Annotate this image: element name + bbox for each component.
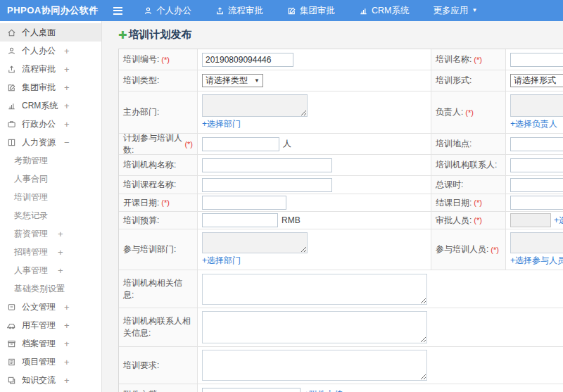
plus-icon: ✚ [118,29,127,42]
select-department-link[interactable]: +选择部门 [202,118,241,130]
org-name-input[interactable] [202,158,332,172]
end-date-input[interactable] [510,196,563,210]
flow-upload-icon [7,65,16,74]
label-org-contact: 培训机构联系人: [431,155,506,175]
budget-input[interactable] [202,213,278,227]
org-contact-info-textarea[interactable] [202,311,427,343]
book-icon [7,138,16,147]
car-icon [7,321,16,330]
flow-upload-icon [215,6,224,15]
bar-chart-icon [7,101,16,110]
label-training-number: 培训编号:(*) [119,49,198,70]
sidebar-item-human-resources[interactable]: 人力资源− [0,133,101,151]
sidebar-item-admin-office[interactable]: 行政办公+ [0,115,101,133]
nav-group-approval[interactable]: 集团审批 [287,5,335,17]
edit-square-icon [7,83,16,92]
label-leader: 负责人:(*) [431,91,506,133]
sidebar-item-reward-record[interactable]: 奖惩记录 [0,206,101,225]
app-header: PHPOA协同办公软件 个人办公 流程审批 集团审批 CRM系统 更多应用 ▼ [0,0,563,21]
sidebar-item-hr-contract[interactable]: 人事合同 [0,170,101,188]
chat-icon [7,376,16,385]
label-join-department: 参与培训部门: [119,229,198,270]
hamburger-menu-icon[interactable] [113,7,122,15]
join-people-textarea[interactable] [510,232,563,253]
archive-icon [7,339,16,348]
sidebar-item-crm-system[interactable]: CRM系统+ [0,96,101,115]
select-approver-link[interactable]: +选择审批人员 [554,215,563,227]
label-course-name: 培训课程名称: [119,176,198,194]
label-training-name: 培训名称:(*) [431,49,506,70]
label-budget: 培训预算: [119,212,198,229]
nav-more-apps[interactable]: 更多应用 ▼ [433,5,477,17]
nav-workflow-approval[interactable]: 流程审批 [215,5,263,17]
main-content: ✚ 培训计划发布 培训编号:(*) 培训名称:(*) 培训类型: 请选择类型▼ [102,21,563,392]
nav-crm-system[interactable]: CRM系统 [359,5,409,17]
label-total-hours: 总课时: [431,176,506,194]
sidebar-item-vehicle-mgmt[interactable]: 用车管理+ [0,316,101,334]
sidebar-item-workflow-approval[interactable]: 流程审批+ [0,60,101,78]
bar-chart-icon [359,6,368,15]
caret-down-icon: ▼ [254,77,260,84]
caret-down-icon: ▼ [472,8,477,13]
label-org-name: 培训机构名称: [119,155,198,175]
training-type-select[interactable]: 请选择类型▼ [202,74,263,87]
start-date-input[interactable] [202,196,286,210]
label-host-department: 主办部门: [119,91,198,133]
training-name-input[interactable] [510,53,563,67]
top-navigation: 个人办公 流程审批 集团审批 CRM系统 更多应用 ▼ [144,5,477,17]
page-title: 培训计划发布 [129,28,192,42]
training-number-input[interactable] [202,53,293,67]
join-department-textarea[interactable] [202,232,308,253]
label-requirement: 培训要求: [119,347,198,384]
app-window: PHPOA协同办公软件 个人办公 流程审批 集团审批 CRM系统 更多应用 ▼ [0,0,563,392]
label-approver: 审批人员:(*) [431,212,506,229]
select-join-department-link[interactable]: +选择部门 [202,255,241,267]
location-input[interactable] [510,137,563,151]
clipboard-icon [7,358,16,367]
sidebar-item-personal-desktop[interactable]: 个人桌面 [0,23,101,42]
sidebar-item-recruit-mgmt[interactable]: 招聘管理+ [0,243,101,261]
planned-count-input[interactable] [202,137,279,151]
nav-personal-office[interactable]: 个人办公 [144,5,191,17]
requirement-textarea[interactable] [202,350,427,381]
user-icon [7,46,16,56]
select-leader-link[interactable]: +选择负责人 [510,118,557,130]
attachment-input[interactable] [202,388,301,392]
briefcase-icon [7,120,16,129]
label-training-type: 培训类型: [119,70,198,91]
approver-input[interactable] [510,213,551,227]
label-join-people: 参与培训人员:(*) [431,229,506,270]
sidebar-item-salary-mgmt[interactable]: 薪资管理+ [0,225,101,243]
label-location: 培训地点: [431,134,506,154]
training-mode-select[interactable]: 请选择形式▼ [510,74,563,87]
course-name-input[interactable] [202,178,332,192]
attachment-upload-link[interactable]: +附件上传 [304,388,343,392]
label-org-info: 培训机构相关信息: [119,270,198,308]
leader-textarea[interactable] [510,94,563,117]
org-info-textarea[interactable] [202,274,427,305]
total-hours-input[interactable] [510,178,563,192]
label-planned-count: 计划参与培训人数:(*) [119,134,198,154]
host-department-textarea[interactable] [202,94,308,117]
sidebar-item-base-category[interactable]: 基础类别设置+ [0,279,101,298]
select-join-people-link[interactable]: +选择参与人员 [510,255,563,267]
label-start-date: 开课日期:(*) [119,194,198,211]
sidebar-item-training-mgmt[interactable]: 培训管理 [0,188,101,206]
label-attachment: 附件文档: [119,384,198,392]
document-icon [7,303,16,312]
sidebar-item-archive-mgmt[interactable]: 档案管理+ [0,334,101,353]
label-training-mode: 培训形式: [431,70,506,91]
edit-square-icon [287,6,296,15]
home-icon [7,28,16,37]
org-contact-input[interactable] [510,158,563,172]
sidebar-item-group-approval[interactable]: 集团审批+ [0,78,101,96]
sidebar-item-document-mgmt[interactable]: 公文管理+ [0,298,101,316]
label-org-contact-info: 培训机构联系人相关信息: [119,308,198,346]
sidebar-item-project-mgmt[interactable]: 项目管理+ [0,353,101,371]
sidebar-item-knowledge-exchange[interactable]: 知识交流+ [0,371,101,389]
training-plan-form: 培训编号:(*) 培训名称:(*) 培训类型: 请选择类型▼ 培训形式: 请选择… [118,49,563,392]
sidebar-item-personnel-mgmt[interactable]: 人事管理+ [0,261,101,279]
sidebar-item-personal-office[interactable]: 个人办公+ [0,42,101,60]
sidebar-item-attendance-mgmt[interactable]: 考勤管理 [0,151,101,170]
page-title-bar: ✚ 培训计划发布 [118,28,563,42]
